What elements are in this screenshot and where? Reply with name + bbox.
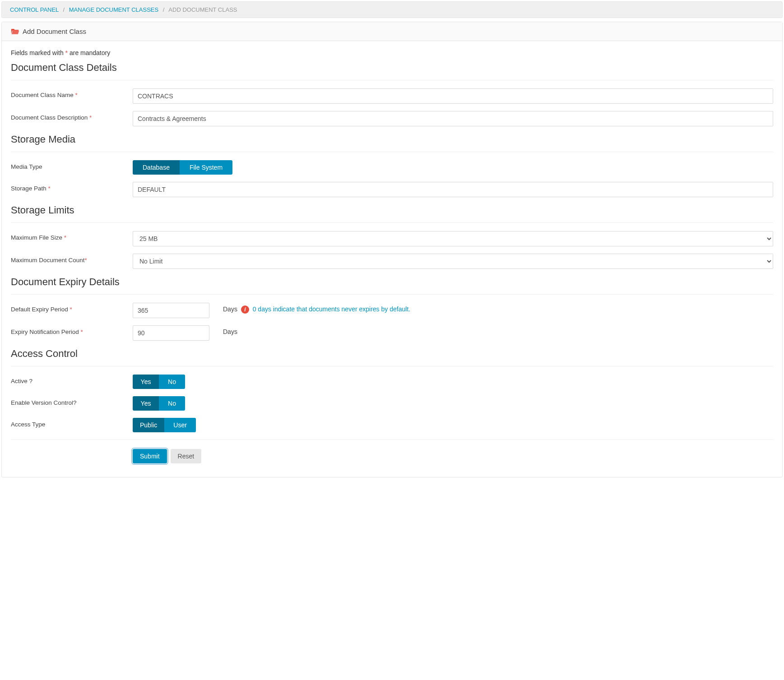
access-type-toggle: Public User — [133, 418, 196, 432]
active-no-button[interactable]: No — [159, 375, 185, 389]
unit-days: Days — [223, 328, 237, 335]
label-storage-path: Storage Path * — [11, 182, 124, 192]
breadcrumb-current: ADD DOCUMENT CLASS — [168, 6, 237, 13]
mandatory-note: Fields marked with * are mandatory — [11, 49, 773, 56]
breadcrumb-link-control-panel[interactable]: CONTROL PANEL — [10, 6, 59, 13]
label-maximum-file-size: Maximum File Size * — [11, 231, 124, 241]
unit-days: Days — [223, 305, 237, 313]
section-divider — [11, 80, 773, 80]
action-divider — [11, 439, 773, 440]
label-media-type: Media Type — [11, 160, 124, 170]
maximum-document-count-select[interactable]: No Limit — [133, 254, 773, 269]
section-divider — [11, 294, 773, 295]
label-default-expiry-period: Default Expiry Period * — [11, 303, 124, 313]
label-active: Active ? — [11, 375, 124, 384]
section-divider — [11, 366, 773, 366]
expiry-help-text: 0 days indicate that documents never exp… — [253, 305, 410, 313]
section-divider — [11, 222, 773, 223]
submit-button[interactable]: Submit — [133, 449, 167, 463]
form-action-bar: Submit Reset — [133, 446, 773, 472]
active-toggle: Yes No — [133, 375, 185, 389]
default-expiry-period-input[interactable] — [133, 303, 209, 318]
version-no-button[interactable]: No — [159, 396, 185, 411]
section-title-expiry: Document Expiry Details — [11, 276, 773, 288]
panel-add-document-class: Add Document Class Fields marked with * … — [1, 22, 783, 477]
folder-open-icon — [11, 28, 19, 35]
section-title-details: Document Class Details — [11, 62, 773, 74]
label-document-class-name: Document Class Name * — [11, 88, 124, 98]
maximum-file-size-select[interactable]: 25 MB — [133, 231, 773, 246]
active-yes-button[interactable]: Yes — [133, 375, 159, 389]
section-title-storage-media: Storage Media — [11, 134, 773, 145]
panel-header: Add Document Class — [2, 22, 782, 41]
info-icon: i — [241, 305, 249, 314]
label-document-class-description: Document Class Description * — [11, 111, 124, 121]
media-type-toggle: Database File System — [133, 160, 232, 175]
breadcrumb-link-manage-document-classes[interactable]: MANAGE DOCUMENT CLASSES — [69, 6, 158, 13]
media-type-filesystem-button[interactable]: File System — [180, 160, 232, 175]
expiry-notification-period-input[interactable] — [133, 325, 209, 341]
section-divider — [11, 152, 773, 152]
version-yes-button[interactable]: Yes — [133, 396, 159, 411]
breadcrumb-separator: / — [163, 6, 165, 13]
document-class-name-input[interactable] — [133, 88, 773, 104]
panel-title: Add Document Class — [23, 28, 86, 35]
access-type-public-button[interactable]: Public — [133, 418, 164, 432]
label-maximum-document-count: Maximum Document Count* — [11, 254, 124, 264]
access-type-user-button[interactable]: User — [164, 418, 196, 432]
storage-path-input[interactable] — [133, 182, 773, 197]
notify-expiry-help: Days — [223, 325, 773, 335]
media-type-database-button[interactable]: Database — [133, 160, 180, 175]
label-expiry-notification-period: Expiry Notification Period * — [11, 325, 124, 335]
label-enable-version-control: Enable Version Control? — [11, 396, 124, 406]
label-access-type: Access Type — [11, 418, 124, 428]
breadcrumb: CONTROL PANEL / MANAGE DOCUMENT CLASSES … — [1, 1, 783, 18]
reset-button[interactable]: Reset — [171, 449, 202, 463]
breadcrumb-separator: / — [63, 6, 65, 13]
version-control-toggle: Yes No — [133, 396, 185, 411]
default-expiry-help: Days i 0 days indicate that documents ne… — [223, 303, 773, 314]
document-class-description-input[interactable] — [133, 111, 773, 126]
section-title-access-control: Access Control — [11, 348, 773, 360]
section-title-storage-limits: Storage Limits — [11, 204, 773, 216]
